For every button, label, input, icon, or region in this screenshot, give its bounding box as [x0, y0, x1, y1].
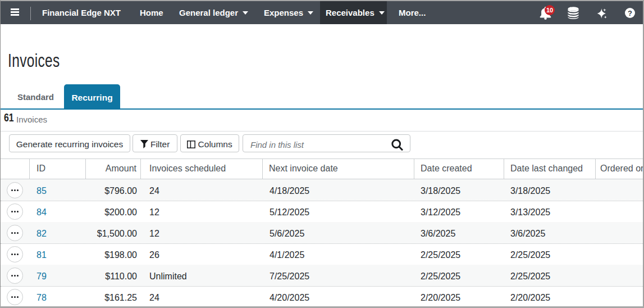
svg-text:?: ?	[628, 9, 632, 17]
